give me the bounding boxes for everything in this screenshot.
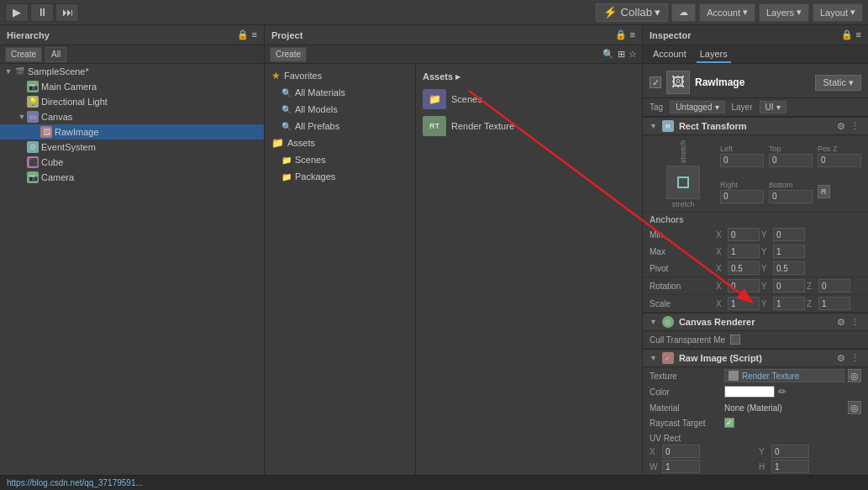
bottom-input[interactable] — [769, 190, 813, 203]
pivot-x-label: X — [716, 264, 726, 273]
anchors-min-y-input[interactable] — [773, 228, 805, 241]
step-button[interactable]: ⏭ — [55, 3, 79, 22]
rect-transform-section-header[interactable]: ▼ R Rect Transform ⚙ ⋮ — [643, 117, 868, 135]
scenes-folder-item[interactable]: 📁 Scenes — [265, 151, 415, 168]
pivot-fields: X Y — [716, 261, 861, 275]
uvrect-x-input[interactable] — [662, 445, 700, 458]
layer-dropdown[interactable]: UI ▾ — [760, 101, 786, 113]
inspector-menu-icon[interactable]: ≡ — [856, 29, 861, 40]
anchor-preset-button[interactable] — [666, 166, 700, 199]
raw-image-header[interactable]: ▼ ✓ Raw Image (Script) ⚙ ⋮ — [643, 349, 868, 367]
assets-group-header[interactable]: 📁 Assets — [265, 134, 415, 151]
raw-image-settings[interactable]: ⚙ — [835, 353, 847, 364]
hierarchy-all-button[interactable]: All — [45, 47, 66, 62]
pivot-y-input[interactable] — [773, 261, 805, 275]
all-models-item[interactable]: 🔍 All Models — [265, 101, 415, 118]
canvas-renderer-settings[interactable]: ⚙ — [835, 317, 847, 328]
collab-button[interactable]: ⚡ Collab ▾ — [596, 3, 668, 22]
account-button[interactable]: Account ▾ — [699, 3, 755, 22]
texture-pick-button[interactable]: ◎ — [848, 369, 861, 382]
canvas-renderer-more[interactable]: ⋮ — [849, 317, 861, 328]
inspector-lock-icon[interactable]: 🔒 — [841, 29, 853, 40]
project-filter-icon[interactable]: ⊞ — [618, 49, 625, 60]
anchors-min-x-input[interactable] — [728, 228, 760, 241]
uvrect-y-input[interactable] — [771, 445, 809, 458]
rawimage-icon: 🖼 — [40, 126, 52, 138]
right-input[interactable] — [720, 190, 764, 203]
rect-transform-more-button[interactable]: ⋮ — [849, 121, 861, 132]
tree-item-canvas[interactable]: ▼ ▭ Canvas — [0, 109, 264, 124]
packages-folder-item[interactable]: 📁 Packages — [265, 168, 415, 185]
scale-z-label: Z — [807, 299, 817, 308]
pause-button[interactable]: ⏸ — [30, 3, 54, 22]
material-pick-button[interactable]: ◎ — [848, 401, 861, 414]
top-label: Top — [769, 145, 813, 153]
scenes-asset-item[interactable]: 📁 Scenes — [416, 86, 642, 113]
cloud-icon: ☁ — [679, 7, 688, 18]
project-create-button[interactable]: Create — [270, 47, 307, 62]
tag-dropdown[interactable]: Untagged ▾ — [670, 101, 724, 113]
left-input[interactable] — [720, 154, 764, 167]
anchors-max-x-input[interactable] — [728, 245, 760, 258]
scale-y-input[interactable] — [773, 297, 805, 310]
project-left-panel: ★ Favorites 🔍 All Materials 🔍 All Models… — [265, 64, 416, 490]
rect-transform-content: stretch stretch Left Top — [643, 135, 868, 213]
tree-item-camera[interactable]: 📷 Camera — [0, 170, 264, 185]
render-texture-asset-item[interactable]: RT Render Texture — [416, 113, 642, 140]
anchors-max-row: Max X Y — [643, 243, 868, 260]
rect-r-button[interactable]: R — [818, 185, 830, 198]
color-preview[interactable] — [724, 386, 775, 398]
layers-button[interactable]: Layers ▾ — [759, 3, 809, 22]
assets-path-header: Assets ▸ — [416, 67, 642, 86]
raw-image-more[interactable]: ⋮ — [849, 353, 861, 364]
scale-x-input[interactable] — [728, 297, 760, 310]
scenes-asset-folder-icon: 📁 — [423, 89, 446, 109]
all-materials-item[interactable]: 🔍 All Materials — [265, 84, 415, 101]
tree-item-directional-light[interactable]: 💡 Directional Light — [0, 94, 264, 109]
cloud-button[interactable]: ☁ — [671, 3, 696, 22]
hierarchy-tab: Hierarchy 🔒 ≡ — [0, 25, 264, 45]
rotation-y-input[interactable] — [773, 279, 805, 292]
hierarchy-create-button[interactable]: Create — [5, 47, 42, 62]
posz-input[interactable] — [818, 154, 861, 167]
pivot-y-label: Y — [761, 264, 771, 273]
hierarchy-menu-icon[interactable]: ≡ — [252, 29, 257, 40]
tree-item-main-camera[interactable]: 📷 Main Camera — [0, 79, 264, 94]
texture-value[interactable]: Render Texture — [724, 369, 844, 382]
anchors-max-y-input[interactable] — [773, 245, 805, 258]
project-menu-icon[interactable]: ≡ — [630, 29, 635, 40]
rect-transform-settings-button[interactable]: ⚙ — [835, 121, 847, 132]
pivot-x-input[interactable] — [728, 261, 760, 275]
layout-button[interactable]: Layout ▾ — [813, 3, 863, 22]
uvrect-label: UV Rect — [650, 434, 681, 443]
tree-item-rawimage[interactable]: 🖼 RawImage — [0, 124, 264, 140]
scale-z-input[interactable] — [818, 297, 850, 310]
scene-root-item[interactable]: ▼ 🎬 SampleScene* — [0, 64, 264, 79]
tab-account[interactable]: Account — [650, 45, 690, 63]
left-label: Left — [720, 145, 764, 153]
scene-name: SampleScene* — [28, 66, 89, 76]
project-star-icon[interactable]: ☆ — [629, 49, 637, 60]
uvrect-w-field: W — [650, 460, 752, 473]
tab-layers[interactable]: Layers — [697, 45, 731, 63]
static-button[interactable]: Static ▾ — [815, 75, 861, 91]
rotation-x-input[interactable] — [728, 279, 760, 292]
uvrect-w-input[interactable] — [662, 460, 700, 473]
top-input[interactable] — [769, 154, 813, 167]
rotation-z-input[interactable] — [818, 279, 850, 292]
raycast-checkbox[interactable]: ✓ — [724, 418, 734, 428]
all-prefabs-item[interactable]: 🔍 All Prefabs — [265, 118, 415, 134]
cull-checkbox[interactable] — [730, 335, 740, 345]
canvas-renderer-header[interactable]: ▼ ◎ Canvas Renderer ⚙ ⋮ — [643, 313, 868, 331]
tree-item-cube[interactable]: ⬛ Cube — [0, 155, 264, 170]
collab-icon: ⚡ — [603, 6, 618, 18]
uvrect-h-input[interactable] — [771, 460, 809, 473]
play-button[interactable]: ▶ — [5, 3, 29, 22]
project-search-icon[interactable]: 🔍 — [602, 49, 614, 60]
uvrect-grid: X Y W H — [650, 445, 861, 473]
anchors-max-fields: X Y — [716, 245, 861, 258]
color-edit-button[interactable]: ✏ — [778, 386, 786, 398]
favorites-header[interactable]: ★ Favorites — [265, 67, 415, 84]
tree-item-eventsystem[interactable]: ⚙ EventSystem — [0, 140, 264, 155]
object-enabled-checkbox[interactable]: ✓ — [650, 76, 661, 88]
